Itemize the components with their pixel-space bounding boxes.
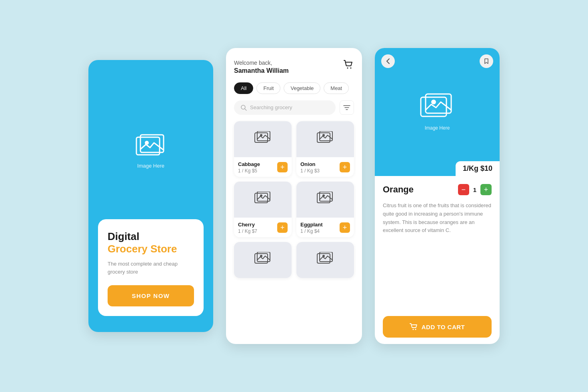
- product-img-icon: [316, 131, 334, 147]
- add-eggplant-button[interactable]: +: [340, 222, 350, 233]
- search-placeholder: Searching grocery: [250, 104, 292, 110]
- filter-button[interactable]: [340, 100, 354, 115]
- detail-product-image: Image Here: [419, 93, 455, 131]
- listing-header: Welcome back, Samantha William: [234, 59, 354, 74]
- product-name-onion: Onion: [300, 161, 320, 167]
- product-name-eggplant: Eggplant: [300, 222, 323, 228]
- product-img-icon: [254, 252, 272, 268]
- screen-listing: Welcome back, Samantha William All Fruit…: [226, 48, 362, 344]
- bookmark-button[interactable]: [480, 54, 493, 68]
- product-name-cabbage: Cabbage: [238, 161, 260, 167]
- product-card-item6: [296, 242, 354, 278]
- tab-all[interactable]: All: [234, 82, 253, 94]
- product-card-onion: Onion 1 / Kg $3 +: [296, 121, 354, 177]
- product-image-item5: [234, 242, 292, 278]
- svg-point-30: [431, 100, 436, 104]
- detail-image-icon: [419, 93, 455, 122]
- svg-point-4: [350, 68, 352, 69]
- category-tabs: All Fruit Vegetable Meat: [234, 82, 354, 94]
- detail-nav: [375, 54, 500, 68]
- add-to-cart-button[interactable]: ADD TO CART: [383, 316, 492, 338]
- product-price-eggplant: 1 / Kg $4: [300, 228, 323, 234]
- product-image-eggplant: [296, 182, 354, 218]
- product-detail-name-row: Orange − 1 +: [383, 184, 492, 195]
- price-tag-value: 1/Kg $10: [463, 164, 492, 172]
- tab-vegetable[interactable]: Vegetable: [284, 82, 320, 94]
- splash-title-line1: Digital: [108, 230, 194, 243]
- product-description: Citrus fruit is one of the fruits that i…: [383, 202, 492, 310]
- detail-image-label: Image Here: [425, 125, 450, 131]
- product-price-cherry: 1 / Kg $7: [238, 228, 257, 234]
- screen-splash: Image Here Digital Grocery Store The mos…: [88, 60, 213, 332]
- add-onion-button[interactable]: +: [340, 162, 350, 172]
- search-row: Searching grocery: [234, 100, 354, 115]
- product-image-cherry: [234, 182, 292, 218]
- product-detail-info: Orange − 1 + Citrus fruit is one of the …: [375, 176, 500, 344]
- screens-container: Image Here Digital Grocery Store The mos…: [72, 24, 516, 368]
- product-price-onion: 1 / Kg $3: [300, 168, 320, 174]
- svg-point-32: [415, 329, 416, 330]
- svg-point-3: [347, 68, 348, 69]
- quantity-control: − 1 +: [458, 184, 492, 195]
- product-name-cherry: Cherry: [238, 222, 257, 228]
- product-info-cabbage: Cabbage 1 / Kg $5 +: [234, 157, 292, 177]
- welcome-text: Welcome back,: [234, 59, 289, 67]
- product-img-icon: [254, 192, 272, 208]
- splash-image-area: Image Here: [135, 84, 167, 219]
- product-card-eggplant: Eggplant 1 / Kg $4 +: [296, 182, 354, 237]
- tab-fruit[interactable]: Fruit: [256, 82, 280, 94]
- filter-icon: [343, 105, 350, 110]
- back-button[interactable]: [381, 54, 395, 68]
- quantity-plus-button[interactable]: +: [480, 184, 492, 195]
- products-grid: Cabbage 1 / Kg $5 +: [234, 121, 354, 278]
- product-card-cabbage: Cabbage 1 / Kg $5 +: [234, 121, 292, 177]
- splash-image-icon: [135, 134, 167, 160]
- product-price-cabbage: 1 / Kg $5: [238, 168, 260, 174]
- product-image-onion: [296, 121, 354, 157]
- product-img-icon: [316, 252, 334, 268]
- search-bar[interactable]: Searching grocery: [234, 100, 336, 115]
- svg-point-31: [412, 329, 414, 330]
- product-info-eggplant: Eggplant 1 / Kg $4 +: [296, 218, 354, 237]
- splash-title-line2: Grocery Store: [108, 243, 194, 255]
- product-image-item6: [296, 242, 354, 278]
- product-img-icon: [316, 192, 334, 208]
- svg-line-6: [245, 109, 246, 110]
- price-tag: 1/Kg $10: [456, 161, 500, 176]
- product-card-item5: [234, 242, 292, 278]
- product-info-cherry: Cherry 1 / Kg $7 +: [234, 218, 292, 237]
- bookmark-icon: [484, 58, 489, 64]
- quantity-minus-button[interactable]: −: [458, 184, 469, 195]
- cart-icon-btn: [410, 323, 418, 330]
- add-cabbage-button[interactable]: +: [277, 162, 288, 172]
- quantity-value: 1: [473, 186, 476, 193]
- screen-product-detail: Image Here 1/Kg $10 Orange − 1 + Citrus …: [375, 48, 500, 344]
- product-detail-name: Orange: [383, 184, 414, 195]
- welcome-block: Welcome back, Samantha William: [234, 59, 289, 74]
- tab-meat[interactable]: Meat: [324, 82, 349, 94]
- add-cherry-button[interactable]: +: [277, 222, 288, 233]
- add-to-cart-label: ADD TO CART: [422, 324, 465, 330]
- product-info-onion: Onion 1 / Kg $3 +: [296, 157, 354, 177]
- splash-image-label: Image Here: [137, 163, 164, 169]
- product-img-icon: [254, 131, 272, 147]
- product-image-cabbage: [234, 121, 292, 157]
- cart-icon[interactable]: [343, 59, 354, 70]
- product-card-cherry: Cherry 1 / Kg $7 +: [234, 182, 292, 237]
- shop-now-button[interactable]: SHOP NOW: [108, 285, 194, 306]
- chevron-left-icon: [386, 58, 390, 64]
- product-detail-image-area: Image Here 1/Kg $10: [375, 48, 500, 176]
- search-icon: [240, 104, 247, 111]
- user-name: Samantha William: [234, 67, 289, 74]
- splash-subtitle: The most complete and cheap grocery stor…: [108, 260, 194, 276]
- splash-card: Digital Grocery Store The most complete …: [98, 219, 204, 316]
